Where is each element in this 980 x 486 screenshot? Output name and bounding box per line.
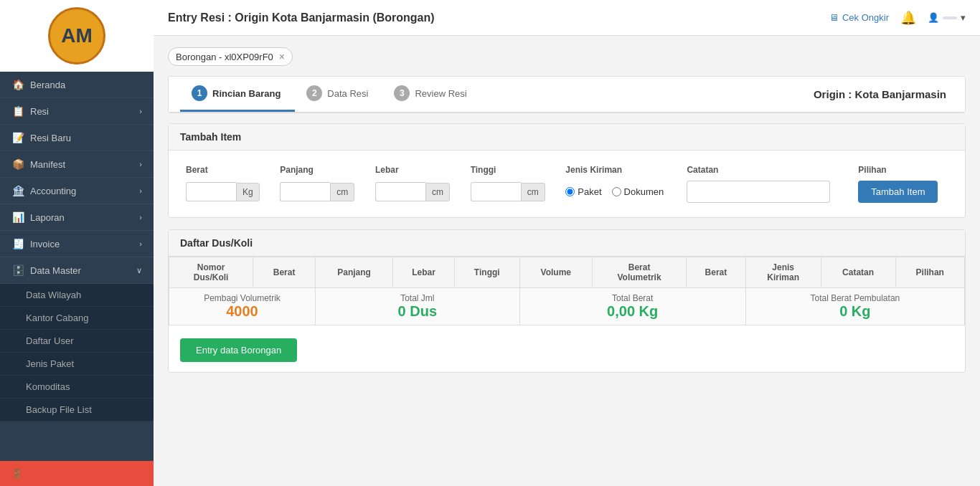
home-icon: 🏠: [11, 79, 24, 90]
tab-pill-label: Borongan - xl0XP09rF0: [176, 52, 273, 62]
sidebar-nav: 🏠 Beranda 📋 Resi › 📝 Resi Baru 📦 Manifes…: [0, 72, 154, 461]
total-jml-value: 0 Dus: [323, 303, 512, 320]
th-lebar: Lebar: [393, 257, 455, 288]
catatan-input[interactable]: [687, 181, 830, 203]
sidebar-sub-item-daftar-user[interactable]: Daftar User: [0, 330, 154, 353]
logout-icon: 🚪: [11, 468, 23, 479]
lebar-input[interactable]: [375, 182, 425, 201]
th-berat-volumetrik: BeratVolumetrik: [592, 257, 686, 288]
data-master-icon: 🗄️: [11, 265, 24, 276]
berat-input[interactable]: [186, 182, 236, 201]
sidebar-item-accounting[interactable]: 🏦 Accounting ›: [0, 178, 154, 204]
sidebar-item-manifest[interactable]: 📦 Manifest ›: [0, 151, 154, 178]
pembagi-volumetrik-cell: Pembagi Volumetrik 4000: [169, 288, 316, 325]
sidebar-sub-item-backup-file-list[interactable]: Backup File List: [0, 399, 154, 421]
sidebar-item-beranda[interactable]: 🏠 Beranda: [0, 72, 154, 98]
chevron-right-icon: ›: [139, 213, 142, 221]
daftar-header: Daftar Dus/Koli: [169, 230, 965, 257]
total-berat-pembulatan-label: Total Berat Pembulatan: [753, 293, 957, 303]
sidebar-item-resi[interactable]: 📋 Resi ›: [0, 98, 154, 125]
sidebar-item-label: Laporan: [30, 212, 65, 223]
topbar: Entry Resi : Origin Kota Banjarmasin (Bo…: [154, 0, 980, 36]
panjang-input[interactable]: [280, 182, 330, 201]
logo-icon: AM: [48, 7, 105, 65]
tab-pill-borongan: Borongan - xl0XP09rF0 ×: [168, 47, 293, 66]
dokumen-radio-label[interactable]: Dokumen: [612, 186, 664, 197]
total-berat-cell: Total Berat 0,00 Kg: [519, 288, 745, 325]
total-berat-pembulatan-cell: Total Berat Pembulatan 0 Kg: [745, 288, 964, 325]
total-jml-label: Total Jml: [323, 293, 512, 303]
th-pilihan: Pilihan: [895, 257, 964, 288]
sidebar-sub-item-data-wilayah[interactable]: Data Wilayah: [0, 284, 154, 307]
th-berat: Berat: [253, 257, 316, 288]
lebar-unit: cm: [425, 183, 450, 201]
th-catatan: Catatan: [821, 257, 895, 288]
th-berat2: Berat: [687, 257, 746, 288]
notification-bell-icon[interactable]: 🔔: [900, 10, 916, 26]
tambah-item-header: Tambah Item: [169, 124, 965, 151]
step-1-rincian-barang[interactable]: 1 Rincian Barang: [180, 77, 295, 112]
sidebar-item-invoice[interactable]: 🧾 Invoice ›: [0, 231, 154, 257]
total-berat-label: Total Berat: [527, 293, 738, 303]
sidebar-footer-logout[interactable]: 🚪: [0, 461, 154, 486]
step-3-circle: 3: [394, 85, 410, 101]
th-jenis-kiriman: JenisKiriman: [745, 257, 821, 288]
user-menu[interactable]: 👤 ▾: [928, 12, 966, 23]
sidebar-sub-item-kantor-cabang[interactable]: Kantor Cabang: [0, 307, 154, 330]
laporan-icon: 📊: [11, 211, 24, 223]
th-nomor: NomorDus/Koli: [169, 257, 253, 288]
main-content: Entry Resi : Origin Kota Banjarmasin (Bo…: [154, 0, 980, 486]
panjang-input-group: cm: [280, 182, 364, 201]
username-label: [943, 16, 957, 19]
resi-baru-icon: 📝: [11, 132, 24, 143]
steps-wrapper: 1 Rincian Barang 2 Data Resi 3: [168, 76, 966, 113]
chevron-down-icon: ▾: [961, 12, 966, 23]
chevron-right-icon: ›: [139, 239, 142, 248]
step-2-circle: 2: [306, 85, 322, 101]
col-tinggi: Tinggi: [465, 162, 560, 178]
daftar-dus-koli-card: Daftar Dus/Koli NomorDus/Koli Berat Panj…: [168, 229, 966, 373]
tambah-item-card: Tambah Item Berat Panjang Lebar Tinggi J…: [168, 123, 966, 218]
daftar-body: NomorDus/Koli Berat Panjang Lebar Tinggi…: [169, 257, 965, 372]
sidebar-item-label: Invoice: [30, 239, 60, 249]
entry-data-borongan-button[interactable]: Entry data Borongan: [180, 338, 297, 362]
content-area: Borongan - xl0XP09rF0 × 1 Rincian Barang…: [154, 36, 980, 486]
manifest-icon: 📦: [11, 158, 24, 170]
chevron-right-icon: ›: [139, 186, 142, 195]
pembagi-volumetrik-value: 4000: [176, 303, 308, 320]
paket-radio-label[interactable]: Paket: [565, 186, 601, 197]
tab-close-button[interactable]: ×: [279, 51, 285, 62]
tinggi-input[interactable]: [471, 182, 521, 201]
accounting-icon: 🏦: [11, 185, 24, 196]
tinggi-input-group: cm: [471, 182, 555, 201]
sidebar-item-label: Data Master: [30, 265, 81, 276]
sidebar-sub-item-komoditas[interactable]: Komoditas: [0, 376, 154, 399]
tambah-item-button[interactable]: Tambah Item: [858, 181, 938, 203]
sidebar-sub-item-jenis-paket[interactable]: Jenis Paket: [0, 353, 154, 376]
total-berat-value: 0,00 Kg: [527, 303, 738, 320]
paket-radio[interactable]: [565, 187, 575, 196]
chevron-down-icon: ∨: [136, 266, 142, 275]
sidebar-item-data-master[interactable]: 🗄️ Data Master ∨: [0, 257, 154, 284]
th-panjang: Panjang: [316, 257, 393, 288]
cek-ongkir-button[interactable]: 🖥 Cek Ongkir: [829, 12, 889, 23]
page-title: Entry Resi : Origin Kota Banjarmasin (Bo…: [168, 11, 435, 24]
sidebar-item-label: Beranda: [30, 80, 65, 90]
chevron-right-icon: ›: [139, 107, 142, 115]
steps-left: 1 Rincian Barang 2 Data Resi 3: [180, 77, 481, 112]
resi-icon: 📋: [11, 105, 24, 117]
sidebar-item-laporan[interactable]: 📊 Laporan ›: [0, 204, 154, 231]
step-3-review-resi[interactable]: 3 Review Resi: [382, 77, 481, 112]
sidebar-item-resi-baru[interactable]: 📝 Resi Baru: [0, 125, 154, 151]
jenis-kiriman-radio-group: Paket Dokumen: [565, 182, 675, 201]
sidebar-item-label: Manifest: [30, 159, 65, 170]
col-jenis-kiriman: Jenis Kiriman: [560, 162, 681, 178]
tinggi-unit: cm: [521, 183, 545, 201]
daftar-table: NomorDus/Koli Berat Panjang Lebar Tinggi…: [169, 257, 965, 325]
step-2-data-resi[interactable]: 2 Data Resi: [295, 77, 382, 112]
steps-row: 1 Rincian Barang 2 Data Resi 3: [169, 77, 965, 113]
pembagi-volumetrik-label: Pembagi Volumetrik: [176, 293, 308, 303]
th-tinggi: Tinggi: [454, 257, 519, 288]
sidebar-sub-data-master: Data Wilayah Kantor Cabang Daftar User J…: [0, 284, 154, 421]
dokumen-radio[interactable]: [612, 187, 621, 196]
